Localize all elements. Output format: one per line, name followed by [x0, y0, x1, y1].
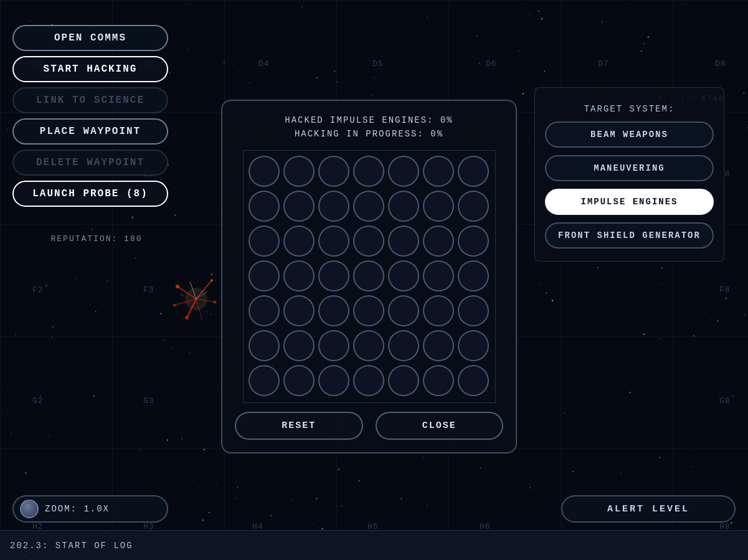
- grid-label-g2: G2: [32, 396, 44, 406]
- grid-cell-0-6[interactable]: [458, 156, 489, 187]
- grid-cell-3-4[interactable]: [388, 260, 419, 292]
- grid-cell-4-0[interactable]: [249, 295, 280, 326]
- open-comms-button[interactable]: OPEN COMMS: [12, 25, 168, 51]
- reset-button[interactable]: RESET: [235, 412, 363, 440]
- zoom-control[interactable]: ZOOM: 1.0X: [12, 495, 168, 523]
- grid-label-d5: D5: [372, 59, 384, 69]
- grid-cell-0-3[interactable]: [353, 156, 384, 187]
- launch-probe-button[interactable]: LAUNCH PROBE (8): [12, 181, 168, 207]
- grid-label-d4: D4: [258, 59, 270, 69]
- grid-cell-5-2[interactable]: [318, 330, 349, 361]
- grid-cell-2-2[interactable]: [318, 225, 349, 257]
- grid-cell-2-1[interactable]: [283, 225, 315, 257]
- grid-cell-1-0[interactable]: [249, 191, 280, 222]
- grid-cell-4-3[interactable]: [353, 295, 384, 326]
- grid-label-g3: G3: [143, 396, 154, 406]
- grid-cell-1-5[interactable]: [423, 191, 454, 222]
- grid-cell-0-0[interactable]: [249, 156, 280, 187]
- svg-point-12: [173, 304, 176, 306]
- impulse-engines-target-button[interactable]: IMPULSE ENGINES: [545, 189, 714, 215]
- grid-cell-0-4[interactable]: [388, 156, 419, 187]
- zoom-text: ZOOM: 1.0X: [45, 504, 110, 514]
- grid-label-d7: D7: [598, 59, 609, 69]
- target-title: TARGET SYSTEM:: [545, 104, 714, 114]
- grid-cell-3-0[interactable]: [249, 260, 280, 292]
- bottom-bar: 202.3: START OF LOG: [0, 530, 748, 560]
- link-to-science-button: LINK TO SCIENCE: [12, 87, 168, 113]
- grid-label-f8: F8: [719, 285, 731, 295]
- svg-point-9: [211, 279, 213, 282]
- grid-cell-2-0[interactable]: [249, 225, 280, 257]
- grid-cell-1-3[interactable]: [353, 191, 384, 222]
- grid-cell-1-6[interactable]: [458, 191, 489, 222]
- alert-level-button[interactable]: ALERT LEVEL: [561, 495, 736, 523]
- grid-cell-4-4[interactable]: [388, 295, 419, 326]
- grid-cell-1-1[interactable]: [283, 191, 315, 222]
- grid-cell-6-1[interactable]: [283, 365, 315, 396]
- grid-cell-2-6[interactable]: [458, 225, 489, 257]
- grid-cell-6-0[interactable]: [249, 365, 280, 396]
- grid-cell-4-6[interactable]: [458, 295, 489, 326]
- start-hacking-button[interactable]: START HACKING: [12, 56, 168, 82]
- grid-cell-0-2[interactable]: [318, 156, 349, 187]
- grid-cell-0-5[interactable]: [423, 156, 454, 187]
- grid-label-d8: D8: [715, 59, 726, 69]
- grid-cell-3-1[interactable]: [283, 260, 315, 292]
- target-panel: TARGET SYSTEM: BEAM WEAPONSMANEUVERINGIM…: [534, 87, 724, 262]
- grid-cell-6-6[interactable]: [458, 365, 489, 396]
- svg-rect-16: [206, 311, 208, 313]
- svg-point-8: [176, 285, 179, 288]
- hacking-status: HACKED IMPULSE ENGINES: 0% HACKING IN PR…: [285, 113, 453, 141]
- grid-cell-6-4[interactable]: [388, 365, 419, 396]
- grid-cell-4-2[interactable]: [318, 295, 349, 326]
- delete-waypoint-button: DELETE WAYPOINT: [12, 149, 168, 176]
- grid-cell-1-2[interactable]: [318, 191, 349, 222]
- svg-point-10: [214, 301, 217, 304]
- grid-cell-5-1[interactable]: [283, 330, 315, 361]
- front-shield-target-button[interactable]: FRONT SHIELD GENERATOR: [545, 222, 714, 249]
- grid-label-g8: G8: [719, 396, 731, 406]
- grid-cell-6-5[interactable]: [423, 365, 454, 396]
- grid-cell-4-1[interactable]: [283, 295, 315, 326]
- grid-cell-2-4[interactable]: [388, 225, 419, 257]
- grid-cell-3-5[interactable]: [423, 260, 454, 292]
- grid-cell-2-5[interactable]: [423, 225, 454, 257]
- beam-weapons-target-button[interactable]: BEAM WEAPONS: [545, 121, 714, 148]
- place-waypoint-button[interactable]: PLACE WAYPOINT: [12, 118, 168, 145]
- hacking-status-line2: HACKING IN PROGRESS: 0%: [285, 127, 453, 141]
- grid-cell-3-6[interactable]: [458, 260, 489, 292]
- svg-point-11: [185, 316, 189, 320]
- hacking-status-line1: HACKED IMPULSE ENGINES: 0%: [285, 113, 453, 127]
- grid-cell-3-3[interactable]: [353, 260, 384, 292]
- svg-rect-15: [180, 293, 184, 297]
- hacking-grid[interactable]: [243, 150, 496, 403]
- grid-label-f3: F3: [143, 285, 154, 295]
- grid-cell-3-2[interactable]: [318, 260, 349, 292]
- ship-area: [165, 268, 227, 330]
- sidebar: OPEN COMMSSTART HACKINGLINK TO SCIENCEPL…: [12, 25, 181, 207]
- grid-cell-4-5[interactable]: [423, 295, 454, 326]
- grid-cell-2-3[interactable]: [353, 225, 384, 257]
- reputation-display: REPUTATION: 180: [12, 234, 181, 244]
- close-button[interactable]: CLOSE: [376, 412, 504, 440]
- modal-buttons: RESET CLOSE: [235, 412, 503, 440]
- grid-cell-5-0[interactable]: [249, 330, 280, 361]
- grid-cell-6-2[interactable]: [318, 365, 349, 396]
- grid-label-d6: D6: [486, 59, 497, 69]
- grid-cell-6-3[interactable]: [353, 365, 384, 396]
- grid-cell-5-6[interactable]: [458, 330, 489, 361]
- grid-cell-1-4[interactable]: [388, 191, 419, 222]
- grid-label-f2: F2: [32, 285, 44, 295]
- maneuvering-target-button[interactable]: MANEUVERING: [545, 155, 714, 181]
- grid-cell-5-4[interactable]: [388, 330, 419, 361]
- zoom-knob[interactable]: [20, 500, 39, 518]
- grid-cell-0-1[interactable]: [283, 156, 315, 187]
- log-text: 202.3: START OF LOG: [10, 541, 133, 551]
- hacking-modal: HACKED IMPULSE ENGINES: 0% HACKING IN PR…: [221, 100, 517, 453]
- grid-cell-5-5[interactable]: [423, 330, 454, 361]
- grid-cell-5-3[interactable]: [353, 330, 384, 361]
